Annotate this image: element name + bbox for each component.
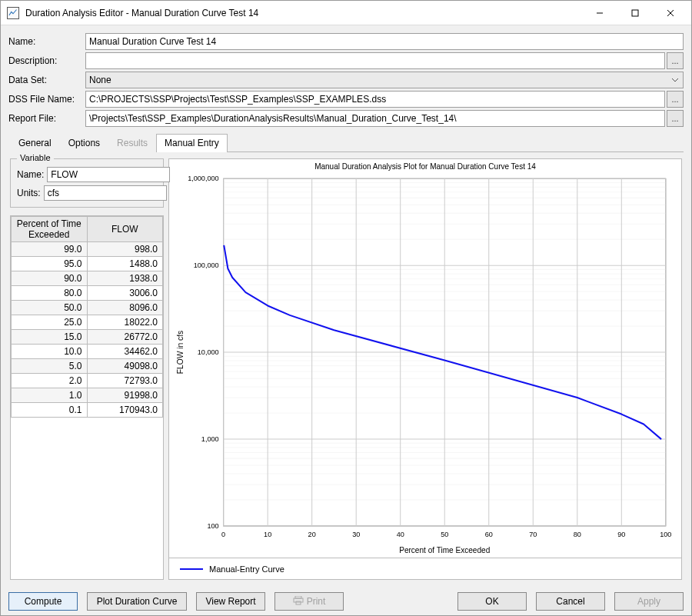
svg-text:70: 70 — [529, 531, 537, 538]
svg-text:20: 20 — [308, 531, 316, 538]
tab-body-manual-entry: Variable Name: Units: Percent of — [8, 152, 684, 583]
cell-percent[interactable]: 15.0 — [12, 330, 88, 345]
svg-text:1,000: 1,000 — [201, 435, 219, 443]
cell-percent[interactable]: 95.0 — [12, 257, 88, 271]
svg-text:100: 100 — [207, 522, 218, 530]
window-title: Duration Analysis Editor - Manual Durati… — [25, 8, 582, 18]
cell-flow[interactable]: 49098.0 — [87, 359, 163, 374]
table-row[interactable]: 15.026772.0 — [12, 330, 163, 345]
duration-table[interactable]: Percent of Time Exceeded FLOW 99.0998.09… — [10, 215, 164, 580]
svg-text:Percent of Time Exceeded: Percent of Time Exceeded — [399, 546, 490, 554]
form-rows: Name: Description: ... Data Set: None DS… — [8, 33, 684, 127]
footer: Compute Plot Duration Curve View Report … — [1, 588, 691, 615]
dssfile-label: DSS File Name: — [8, 94, 85, 105]
dssfile-browse-button[interactable]: ... — [667, 91, 684, 108]
variable-name-input[interactable] — [47, 167, 170, 182]
description-ellipsis-button[interactable]: ... — [667, 52, 684, 69]
table-row[interactable]: 10.034462.0 — [12, 345, 163, 359]
svg-text:60: 60 — [485, 531, 493, 538]
legend-label: Manual-Entry Curve — [209, 564, 284, 574]
svg-text:30: 30 — [352, 531, 360, 538]
table-row[interactable]: 95.01488.0 — [12, 257, 163, 271]
svg-text:FLOW in cfs: FLOW in cfs — [176, 331, 185, 374]
svg-text:100,000: 100,000 — [194, 261, 219, 269]
svg-text:50: 50 — [441, 531, 448, 538]
tab-results: Results — [108, 134, 156, 152]
table-row[interactable]: 90.01938.0 — [12, 271, 163, 286]
table-row[interactable]: 50.08096.0 — [12, 301, 163, 315]
close-button[interactable] — [653, 1, 688, 25]
tab-manual-entry[interactable]: Manual Entry — [156, 134, 228, 152]
window-controls — [582, 1, 688, 25]
tab-general[interactable]: General — [10, 134, 60, 152]
maximize-button[interactable] — [617, 1, 653, 25]
svg-text:10: 10 — [264, 531, 271, 538]
dataset-value: None — [89, 75, 111, 85]
print-label: Print — [307, 596, 326, 607]
svg-text:1,000,000: 1,000,000 — [188, 175, 218, 182]
cell-percent[interactable]: 5.0 — [12, 359, 88, 374]
compute-button[interactable]: Compute — [8, 592, 78, 611]
cell-flow[interactable]: 34462.0 — [87, 345, 163, 359]
cell-flow[interactable]: 170943.0 — [87, 403, 163, 418]
cell-flow[interactable]: 91998.0 — [87, 388, 163, 403]
name-label: Name: — [8, 36, 85, 47]
variable-group: Variable Name: Units: — [10, 158, 164, 208]
cell-percent[interactable]: 25.0 — [12, 315, 88, 330]
col-percent: Percent of Time Exceeded — [12, 217, 88, 242]
cell-flow[interactable]: 1488.0 — [87, 257, 163, 271]
svg-text:80: 80 — [574, 531, 581, 538]
table-row[interactable]: 0.1170943.0 — [12, 403, 163, 418]
chevron-down-icon — [670, 75, 680, 85]
chart-panel: Manual Duration Analysis Plot for Manual… — [168, 158, 682, 580]
name-input[interactable] — [85, 33, 684, 50]
cell-flow[interactable]: 1938.0 — [87, 271, 163, 286]
cell-percent[interactable]: 50.0 — [12, 301, 88, 315]
svg-rect-1 — [632, 10, 638, 16]
minimize-button[interactable] — [582, 1, 617, 25]
variable-units-label: Units: — [17, 188, 41, 198]
printer-icon — [293, 596, 304, 608]
cell-percent[interactable]: 80.0 — [12, 286, 88, 301]
cell-percent[interactable]: 90.0 — [12, 271, 88, 286]
cell-flow[interactable]: 998.0 — [87, 242, 163, 257]
cell-percent[interactable]: 10.0 — [12, 345, 88, 359]
table-row[interactable]: 5.049098.0 — [12, 359, 163, 374]
cell-flow[interactable]: 18022.0 — [87, 315, 163, 330]
col-flow: FLOW — [87, 217, 163, 242]
view-report-button[interactable]: View Report — [196, 592, 265, 611]
svg-text:100: 100 — [660, 531, 671, 538]
svg-text:0: 0 — [221, 531, 225, 538]
ok-button[interactable]: OK — [457, 592, 527, 611]
description-label: Description: — [8, 55, 85, 66]
cell-percent[interactable]: 2.0 — [12, 374, 88, 388]
dssfile-input[interactable] — [85, 91, 665, 108]
table-row[interactable]: 80.03006.0 — [12, 286, 163, 301]
description-input[interactable] — [85, 52, 665, 69]
cell-percent[interactable]: 1.0 — [12, 388, 88, 403]
variable-legend: Variable — [17, 153, 54, 162]
table-row[interactable]: 2.072793.0 — [12, 374, 163, 388]
cell-flow[interactable]: 72793.0 — [87, 374, 163, 388]
chart-legend: Manual-Entry Curve — [169, 558, 681, 579]
svg-text:90: 90 — [617, 531, 625, 538]
variable-units-input[interactable] — [44, 185, 167, 201]
table-row[interactable]: 25.018022.0 — [12, 315, 163, 330]
cell-percent[interactable]: 0.1 — [12, 403, 88, 418]
dataset-combo[interactable]: None — [85, 72, 684, 88]
cell-flow[interactable]: 3006.0 — [87, 286, 163, 301]
plot-duration-curve-button[interactable]: Plot Duration Curve — [87, 592, 187, 611]
cell-percent[interactable]: 99.0 — [12, 242, 88, 257]
apply-button: Apply — [614, 592, 684, 611]
svg-text:40: 40 — [397, 531, 404, 538]
tab-options[interactable]: Options — [60, 134, 108, 152]
cancel-button[interactable]: Cancel — [536, 592, 605, 611]
cell-flow[interactable]: 8096.0 — [87, 301, 163, 315]
table-row[interactable]: 1.091998.0 — [12, 388, 163, 403]
legend-line-icon — [180, 568, 203, 570]
reportfile-input[interactable] — [85, 110, 665, 127]
reportfile-browse-button[interactable]: ... — [667, 110, 684, 127]
app-window: Duration Analysis Editor - Manual Durati… — [0, 0, 692, 616]
table-row[interactable]: 99.0998.0 — [12, 242, 163, 257]
cell-flow[interactable]: 26772.0 — [87, 330, 163, 345]
